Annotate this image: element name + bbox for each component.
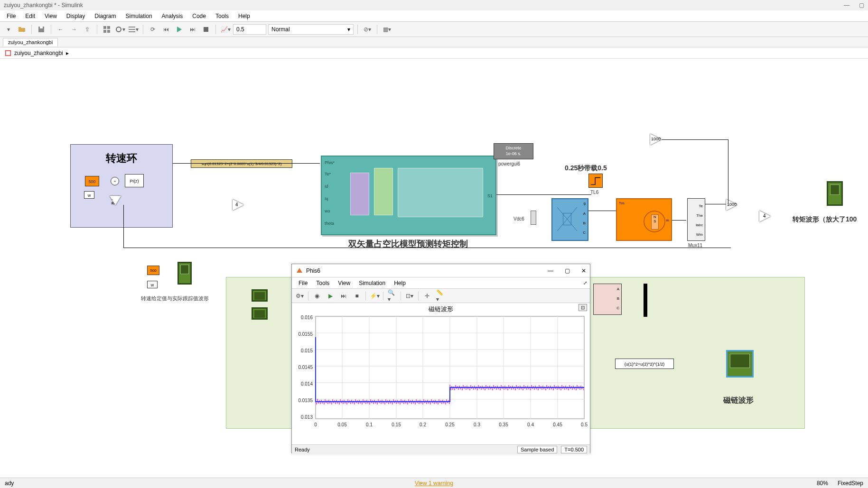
config-button[interactable]: ▾ bbox=[114, 24, 126, 35]
menu-simulation[interactable]: Simulation bbox=[121, 12, 157, 20]
scope-cursor-button[interactable]: ✛ bbox=[422, 291, 432, 301]
scope-title: Phis6 bbox=[306, 267, 320, 274]
menu-edit[interactable]: Edit bbox=[20, 12, 40, 20]
svg-marker-10 bbox=[177, 27, 182, 32]
svg-text:0.0155: 0.0155 bbox=[298, 331, 313, 337]
menu-help[interactable]: Help bbox=[233, 12, 255, 20]
scope-zoom-button[interactable]: 🔍▾ bbox=[387, 291, 397, 301]
constant-500-b[interactable]: 500 bbox=[147, 266, 159, 275]
mini-scope-2[interactable] bbox=[252, 307, 268, 320]
new-button[interactable]: ▾ bbox=[3, 24, 14, 35]
menu-analysis[interactable]: Analysis bbox=[157, 12, 188, 20]
vdc-source[interactable] bbox=[531, 211, 536, 225]
deploy-button[interactable]: ⊘▾ bbox=[362, 24, 373, 35]
mode-select[interactable]: Normal▾ bbox=[268, 24, 354, 35]
scope-highlight-button[interactable]: ◉ bbox=[312, 291, 322, 301]
svg-text:0.0145: 0.0145 bbox=[298, 365, 313, 370]
scope-float-button[interactable]: ⊡ bbox=[579, 304, 587, 311]
scope-run-button[interactable]: ▶ bbox=[326, 291, 335, 301]
menu-diagram[interactable]: Diagram bbox=[90, 12, 121, 20]
save-button[interactable] bbox=[36, 24, 47, 35]
scope-autoscale-button[interactable]: ⊡▾ bbox=[405, 291, 414, 301]
status-warning-link[interactable]: View 1 warning bbox=[415, 480, 453, 487]
stepback-button[interactable]: ⏮ bbox=[160, 24, 172, 35]
breadcrumb-current[interactable]: zuiyou_zhankongbi bbox=[14, 50, 63, 56]
scope-menu-file[interactable]: File bbox=[295, 279, 311, 287]
mini-scope-1[interactable] bbox=[252, 289, 268, 302]
scope-trigger-button[interactable]: ⚡▾ bbox=[370, 291, 379, 301]
minimize-button[interactable]: — bbox=[844, 2, 849, 9]
speed-loop-subsystem[interactable]: 转速环 500 w + PI(z) -K- bbox=[70, 144, 173, 228]
status-solver[interactable]: FixedStep bbox=[838, 480, 863, 487]
gain-k[interactable]: -K- bbox=[110, 196, 121, 205]
svg-text:0.4: 0.4 bbox=[527, 422, 534, 427]
menu-code[interactable]: Code bbox=[187, 12, 211, 20]
predictive-control-subsystem[interactable]: Phis* Te* Id Iq wo theta S1 bbox=[321, 156, 496, 235]
model-tab[interactable]: zuiyou_zhankongbi bbox=[3, 38, 58, 46]
fastrestart-button[interactable]: ⟳ bbox=[147, 24, 159, 35]
scope-window[interactable]: Phis6 — ▢ ✕ File Tools View Simulation H… bbox=[291, 264, 590, 453]
menu-file[interactable]: File bbox=[2, 12, 20, 20]
stop-button[interactable] bbox=[200, 24, 212, 35]
scope-menu-simulation[interactable]: Simulation bbox=[355, 279, 389, 287]
run-button[interactable] bbox=[174, 24, 185, 35]
svg-text:0.3: 0.3 bbox=[474, 422, 480, 427]
play-icon: ▶ bbox=[328, 293, 333, 299]
scope-menu-tools[interactable]: Tools bbox=[312, 279, 333, 287]
scope-minimize-button[interactable]: — bbox=[548, 267, 553, 274]
pi-controller[interactable]: PI(z) bbox=[125, 174, 144, 187]
stoptime-field[interactable]: 0.5 bbox=[233, 24, 266, 35]
build-button[interactable]: ▦▾ bbox=[381, 24, 392, 35]
maximize-button[interactable]: ▢ bbox=[859, 2, 864, 9]
scope-config-button[interactable]: ⚙▾ bbox=[295, 291, 304, 301]
scope-titlebar[interactable]: Phis6 — ▢ ✕ bbox=[292, 264, 590, 277]
input-w[interactable]: w bbox=[84, 191, 94, 199]
step-block[interactable] bbox=[588, 174, 603, 188]
inverter-block[interactable]: g A B C bbox=[551, 198, 588, 241]
scope-close-button[interactable]: ✕ bbox=[581, 267, 586, 274]
flux-fcn-block[interactable]: (u(1)^2+u(2)^2)^(1/2) bbox=[615, 359, 674, 369]
torque-scope[interactable] bbox=[827, 181, 843, 206]
scope-menu-view[interactable]: View bbox=[334, 279, 354, 287]
scope-step-button[interactable]: ⏭ bbox=[339, 291, 348, 301]
mux-bar[interactable] bbox=[644, 284, 647, 317]
step-icon bbox=[589, 174, 602, 187]
forward-button[interactable]: → bbox=[68, 24, 80, 35]
scope-anchor-icon[interactable]: ⤢ bbox=[583, 280, 587, 285]
menu-view[interactable]: View bbox=[40, 12, 62, 20]
svg-text:0.35: 0.35 bbox=[499, 422, 508, 427]
abc-transform[interactable]: A B C bbox=[593, 284, 622, 315]
scope-menubar: File Tools View Simulation Help ⤢ bbox=[292, 277, 590, 289]
open-button[interactable] bbox=[16, 24, 28, 35]
input-w-b[interactable]: w bbox=[147, 281, 158, 288]
mux-block[interactable]: Te The Iabc Wm bbox=[687, 198, 705, 241]
scope-plot-area[interactable]: ⊡ 磁链波形 0.016 0.0155 0.015 0.0145 0.014 0… bbox=[292, 303, 590, 444]
gain-4[interactable]: 4 bbox=[233, 199, 244, 211]
igbt-icon bbox=[555, 205, 579, 233]
port-phis: Phis* bbox=[325, 160, 335, 165]
gain-1000-a[interactable]: 1000 bbox=[650, 134, 662, 145]
gain-4-b[interactable]: 4 bbox=[759, 211, 771, 222]
stepforward-button[interactable]: ⏭ bbox=[187, 24, 198, 35]
menu-tools[interactable]: Tools bbox=[211, 12, 233, 20]
scope-maximize-button[interactable]: ▢ bbox=[565, 267, 570, 274]
constant-500[interactable]: 500 bbox=[85, 176, 99, 186]
scope-stop-button[interactable]: ■ bbox=[352, 291, 362, 301]
powergui-block[interactable]: Discrete 1e-06 s. bbox=[494, 143, 533, 159]
back-button[interactable]: ← bbox=[55, 24, 66, 35]
scope-menu-help[interactable]: Help bbox=[390, 279, 410, 287]
motor-block[interactable]: Tm m NS bbox=[616, 198, 672, 241]
menu-display[interactable]: Display bbox=[62, 12, 90, 20]
status-zoom[interactable]: 80% bbox=[817, 480, 828, 487]
scope-measure-button[interactable]: 📏▾ bbox=[436, 291, 445, 301]
speed-scope[interactable] bbox=[177, 262, 192, 285]
fcn-block[interactable]: sqrt(0.01325^2+(2*0.0005*u(1)*3/4/0.0132… bbox=[191, 159, 292, 168]
sum-block[interactable]: + bbox=[111, 177, 119, 185]
explorer-button[interactable]: ▾ bbox=[128, 24, 139, 35]
model-canvas[interactable]: 转速环 500 w + PI(z) -K- sqrt(0.01325^2+(2*… bbox=[0, 59, 868, 462]
signal-button[interactable]: 📈▾ bbox=[220, 24, 231, 35]
svg-rect-9 bbox=[129, 31, 135, 32]
flux-scope[interactable] bbox=[726, 350, 754, 378]
library-button[interactable] bbox=[101, 24, 112, 35]
up-button[interactable]: ⇧ bbox=[82, 24, 93, 35]
